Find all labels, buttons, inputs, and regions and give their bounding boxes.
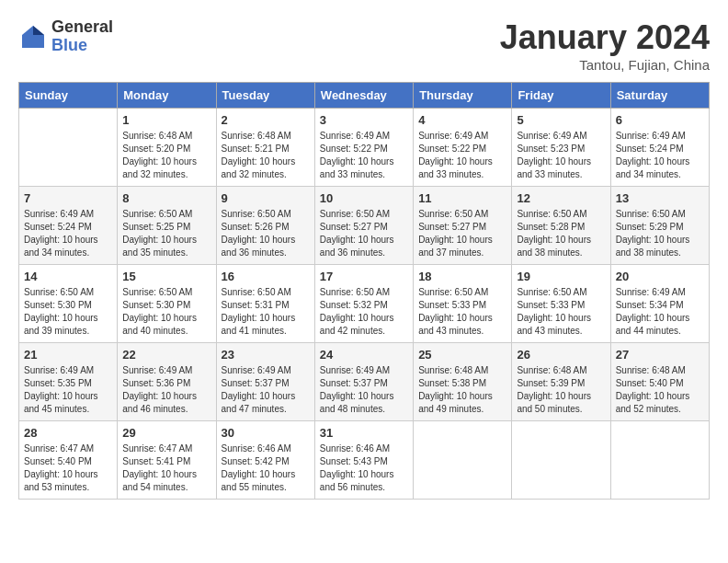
calendar-day-cell: 25Sunrise: 6:48 AMSunset: 5:38 PMDayligh…	[414, 343, 512, 421]
weekday-row: SundayMondayTuesdayWednesdayThursdayFrid…	[19, 83, 710, 109]
day-number: 2	[222, 113, 310, 127]
day-number: 26	[517, 348, 605, 362]
day-number: 20	[616, 270, 704, 283]
day-number: 22	[122, 348, 210, 362]
day-number: 21	[24, 348, 112, 362]
calendar-day-cell: 20Sunrise: 6:49 AMSunset: 5:34 PMDayligh…	[610, 265, 709, 343]
calendar-table: SundayMondayTuesdayWednesdayThursdayFrid…	[18, 82, 710, 500]
day-info: Sunrise: 6:50 AMSunset: 5:33 PMDaylight:…	[517, 286, 605, 338]
calendar-day-cell: 7Sunrise: 6:49 AMSunset: 5:24 PMDaylight…	[19, 187, 118, 265]
day-info: Sunrise: 6:48 AMSunset: 5:39 PMDaylight:…	[517, 364, 605, 416]
calendar-week-row: 14Sunrise: 6:50 AMSunset: 5:30 PMDayligh…	[19, 265, 710, 343]
calendar-day-cell: 6Sunrise: 6:49 AMSunset: 5:24 PMDaylight…	[610, 109, 709, 187]
calendar-header: SundayMondayTuesdayWednesdayThursdayFrid…	[19, 83, 710, 109]
calendar-day-cell: 30Sunrise: 6:46 AMSunset: 5:42 PMDayligh…	[216, 421, 314, 500]
day-info: Sunrise: 6:48 AMSunset: 5:21 PMDaylight:…	[222, 130, 310, 181]
calendar-body: 1Sunrise: 6:48 AMSunset: 5:20 PMDaylight…	[19, 109, 710, 500]
day-info: Sunrise: 6:46 AMSunset: 5:43 PMDaylight:…	[320, 442, 408, 494]
day-info: Sunrise: 6:49 AMSunset: 5:23 PMDaylight:…	[517, 130, 605, 181]
calendar-day-cell: 18Sunrise: 6:50 AMSunset: 5:33 PMDayligh…	[414, 265, 512, 343]
month-title: January 2024	[500, 18, 710, 57]
calendar-day-cell	[512, 421, 610, 500]
day-number: 19	[517, 270, 605, 283]
day-info: Sunrise: 6:50 AMSunset: 5:27 PMDaylight:…	[320, 208, 408, 259]
calendar-day-cell: 17Sunrise: 6:50 AMSunset: 5:32 PMDayligh…	[314, 265, 413, 343]
day-info: Sunrise: 6:50 AMSunset: 5:25 PMDaylight:…	[122, 208, 210, 259]
calendar-week-row: 21Sunrise: 6:49 AMSunset: 5:35 PMDayligh…	[19, 343, 710, 421]
day-number: 17	[320, 270, 408, 283]
calendar-day-cell	[414, 421, 512, 500]
calendar-day-cell: 14Sunrise: 6:50 AMSunset: 5:30 PMDayligh…	[19, 265, 118, 343]
svg-marker-1	[33, 26, 44, 35]
weekday-header: Monday	[118, 83, 216, 109]
day-info: Sunrise: 6:50 AMSunset: 5:33 PMDaylight:…	[418, 286, 506, 338]
day-number: 31	[320, 426, 408, 440]
day-info: Sunrise: 6:49 AMSunset: 5:36 PMDaylight:…	[122, 364, 210, 416]
logo-icon	[18, 22, 48, 52]
calendar-day-cell: 29Sunrise: 6:47 AMSunset: 5:41 PMDayligh…	[118, 421, 216, 500]
day-info: Sunrise: 6:49 AMSunset: 5:24 PMDaylight:…	[24, 208, 112, 259]
calendar-day-cell: 26Sunrise: 6:48 AMSunset: 5:39 PMDayligh…	[512, 343, 610, 421]
day-number: 9	[222, 191, 310, 205]
day-number: 18	[418, 270, 506, 283]
day-number: 27	[616, 348, 704, 362]
weekday-header: Tuesday	[216, 83, 314, 109]
day-number: 6	[616, 113, 704, 127]
day-number: 11	[418, 191, 506, 205]
day-info: Sunrise: 6:50 AMSunset: 5:28 PMDaylight:…	[517, 208, 605, 259]
day-info: Sunrise: 6:50 AMSunset: 5:26 PMDaylight:…	[222, 208, 310, 259]
subtitle: Tantou, Fujian, China	[500, 57, 710, 73]
calendar-day-cell: 28Sunrise: 6:47 AMSunset: 5:40 PMDayligh…	[19, 421, 118, 500]
day-info: Sunrise: 6:50 AMSunset: 5:27 PMDaylight:…	[418, 208, 506, 259]
day-info: Sunrise: 6:49 AMSunset: 5:22 PMDaylight:…	[418, 130, 506, 181]
calendar-day-cell: 27Sunrise: 6:48 AMSunset: 5:40 PMDayligh…	[610, 343, 709, 421]
day-info: Sunrise: 6:46 AMSunset: 5:42 PMDaylight:…	[222, 442, 310, 494]
weekday-header: Thursday	[414, 83, 512, 109]
calendar-day-cell: 21Sunrise: 6:49 AMSunset: 5:35 PMDayligh…	[19, 343, 118, 421]
day-info: Sunrise: 6:48 AMSunset: 5:20 PMDaylight:…	[122, 130, 210, 181]
title-block: January 2024 Tantou, Fujian, China	[500, 18, 710, 73]
day-number: 1	[122, 113, 210, 127]
day-number: 15	[122, 270, 210, 283]
page-header: General Blue January 2024 Tantou, Fujian…	[18, 18, 710, 73]
day-info: Sunrise: 6:50 AMSunset: 5:30 PMDaylight:…	[122, 286, 210, 338]
calendar-week-row: 28Sunrise: 6:47 AMSunset: 5:40 PMDayligh…	[19, 421, 710, 500]
day-info: Sunrise: 6:49 AMSunset: 5:35 PMDaylight:…	[24, 364, 112, 416]
calendar-day-cell: 31Sunrise: 6:46 AMSunset: 5:43 PMDayligh…	[314, 421, 413, 500]
day-number: 12	[517, 191, 605, 205]
calendar-day-cell: 24Sunrise: 6:49 AMSunset: 5:37 PMDayligh…	[314, 343, 413, 421]
calendar-day-cell: 9Sunrise: 6:50 AMSunset: 5:26 PMDaylight…	[216, 187, 314, 265]
calendar-day-cell: 11Sunrise: 6:50 AMSunset: 5:27 PMDayligh…	[414, 187, 512, 265]
day-number: 25	[418, 348, 506, 362]
day-number: 4	[418, 113, 506, 127]
logo-text: General Blue	[51, 18, 113, 55]
day-number: 29	[122, 426, 210, 440]
day-number: 28	[24, 426, 112, 440]
day-number: 3	[320, 113, 408, 127]
logo-general: General	[51, 18, 113, 37]
day-info: Sunrise: 6:48 AMSunset: 5:40 PMDaylight:…	[616, 364, 704, 416]
calendar-day-cell: 5Sunrise: 6:49 AMSunset: 5:23 PMDaylight…	[512, 109, 610, 187]
weekday-header: Saturday	[610, 83, 709, 109]
calendar-day-cell: 4Sunrise: 6:49 AMSunset: 5:22 PMDaylight…	[414, 109, 512, 187]
calendar-day-cell	[610, 421, 709, 500]
calendar-week-row: 1Sunrise: 6:48 AMSunset: 5:20 PMDaylight…	[19, 109, 710, 187]
calendar-day-cell: 15Sunrise: 6:50 AMSunset: 5:30 PMDayligh…	[118, 265, 216, 343]
logo: General Blue	[18, 18, 113, 55]
day-info: Sunrise: 6:50 AMSunset: 5:31 PMDaylight:…	[222, 286, 310, 338]
calendar-day-cell: 13Sunrise: 6:50 AMSunset: 5:29 PMDayligh…	[610, 187, 709, 265]
weekday-header: Friday	[512, 83, 610, 109]
day-info: Sunrise: 6:50 AMSunset: 5:30 PMDaylight:…	[24, 286, 112, 338]
day-info: Sunrise: 6:47 AMSunset: 5:40 PMDaylight:…	[24, 442, 112, 494]
day-info: Sunrise: 6:50 AMSunset: 5:29 PMDaylight:…	[616, 208, 704, 259]
day-info: Sunrise: 6:49 AMSunset: 5:24 PMDaylight:…	[616, 130, 704, 181]
day-info: Sunrise: 6:49 AMSunset: 5:22 PMDaylight:…	[320, 130, 408, 181]
day-number: 10	[320, 191, 408, 205]
calendar-day-cell: 22Sunrise: 6:49 AMSunset: 5:36 PMDayligh…	[118, 343, 216, 421]
weekday-header: Wednesday	[314, 83, 413, 109]
day-number: 7	[24, 191, 112, 205]
day-info: Sunrise: 6:48 AMSunset: 5:38 PMDaylight:…	[418, 364, 506, 416]
day-number: 30	[222, 426, 310, 440]
day-info: Sunrise: 6:47 AMSunset: 5:41 PMDaylight:…	[122, 442, 210, 494]
day-number: 13	[616, 191, 704, 205]
